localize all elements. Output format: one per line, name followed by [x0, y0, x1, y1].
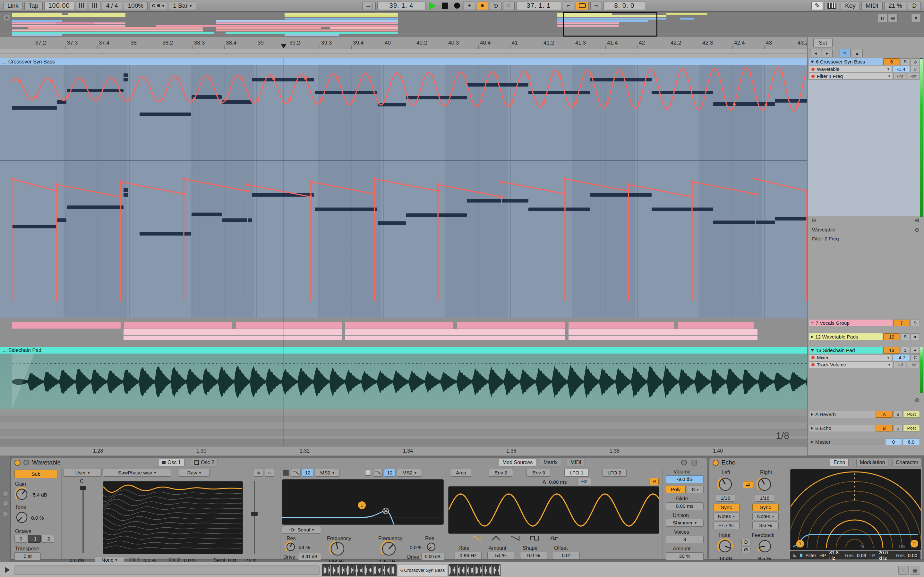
wavetable-chooser[interactable]: SawPhase.wav▾	[103, 469, 171, 477]
tab-mod-sources[interactable]: Mod Sources	[499, 459, 536, 466]
collapsed-clip[interactable]	[12, 322, 121, 329]
device-fold-icon[interactable]	[23, 460, 29, 466]
offset-field[interactable]: 0.0°	[553, 552, 580, 559]
device-power-button[interactable]	[15, 460, 21, 466]
automation-lane-label[interactable]: Filter 2 Freq	[812, 236, 839, 242]
lock-envelopes-button[interactable]: 🔒︎	[852, 49, 863, 57]
return-track-lanes[interactable]	[0, 409, 807, 446]
sub-button[interactable]: Sub	[15, 470, 57, 478]
wavetable-display[interactable]	[103, 481, 243, 554]
sine-shape-icon[interactable]	[471, 535, 483, 542]
fold-lane-icon[interactable]: ⊖	[811, 217, 816, 224]
loop-length-field[interactable]: 8. 0. 0	[604, 2, 645, 10]
res2-knob[interactable]	[425, 541, 437, 553]
track-number[interactable]: 12	[883, 334, 900, 340]
drive1-field[interactable]: 4.31 dB	[298, 553, 321, 560]
lfo-display[interactable]	[448, 486, 659, 534]
hot-swap-icon[interactable]	[681, 460, 687, 466]
lfo-retrigger-toggle[interactable]: R	[650, 478, 659, 485]
glide-field[interactable]: 0.00 ms	[666, 502, 704, 510]
automation-lane-label[interactable]: Wavetable	[812, 227, 835, 233]
capture-midi-button[interactable]: ○	[503, 2, 515, 10]
mod-tab-lfo1[interactable]: LFO 1	[564, 469, 589, 477]
track-volume-field[interactable]: -4.7	[893, 354, 910, 361]
track-header-bass[interactable]: 6 Crossover Syn Bass 6 S ⊘	[809, 58, 920, 65]
save-preset-icon[interactable]	[691, 460, 696, 466]
beat-time-ruler[interactable]: 37.237.337.43838.238.338.43939.239.339.4…	[0, 37, 807, 49]
filter-display[interactable]: 1	[282, 479, 444, 525]
filter2-slope[interactable]: 12	[384, 469, 396, 477]
show-scope-icon[interactable]: ≈	[898, 566, 909, 575]
post-fader-toggle[interactable]: Post	[903, 411, 920, 418]
re-enable-automation-button[interactable]: ⊙	[490, 2, 501, 10]
track-number[interactable]: 6	[883, 58, 900, 65]
clip-title-bass[interactable]: ... Crossover Syn Bass	[0, 58, 807, 65]
send-b-field[interactable]: -inf	[907, 361, 920, 368]
collapsed-track-strips[interactable]	[0, 318, 807, 347]
computer-midi-keyboard-button[interactable]	[825, 2, 839, 10]
amount-field[interactable]: 54 %	[487, 552, 514, 559]
filter-routing[interactable]: Serial▾	[282, 526, 321, 534]
collapsed-clip[interactable]	[124, 329, 342, 335]
track-header-pads[interactable]: 12 Wavetable Pads 12 S ●	[809, 334, 920, 340]
random-shape-icon[interactable]	[548, 535, 560, 542]
solo-button[interactable]: S	[893, 425, 903, 432]
shape-field[interactable]: 0.0 %	[520, 552, 547, 559]
wt-position-handle[interactable]	[251, 512, 258, 516]
automation-device-chooser[interactable]: Wavetable▾	[809, 66, 892, 73]
loop-toggle[interactable]	[576, 2, 589, 10]
right-offset-field[interactable]: 3.6 %	[752, 522, 779, 529]
automation-param-chooser[interactable]: Filter 1 Freq▾	[809, 73, 893, 79]
transpose-field[interactable]: 0 st	[15, 552, 41, 560]
echo-filter-readout[interactable]: Filter HP81.8 Hz Res0.03 LP20.0 kHz Res0…	[790, 551, 921, 559]
quantize-menu[interactable]: 1 Bar▾	[169, 2, 196, 10]
send-a-field[interactable]: -inf	[893, 361, 906, 368]
gain-value[interactable]: -5.4 dB	[31, 492, 47, 498]
clip-preview-thumbnail[interactable]	[322, 564, 397, 576]
input-gain-knob[interactable]	[717, 538, 733, 554]
pad-track-lane[interactable]	[0, 354, 807, 409]
right-division-field[interactable]: 1/16	[755, 495, 774, 502]
loop-start-field[interactable]: 37. 1. 1	[516, 2, 561, 10]
pan-field[interactable]: C	[911, 66, 920, 73]
draw-mode-button[interactable]: ✎	[811, 2, 823, 10]
left-offset-field[interactable]: -7.7 %	[713, 522, 740, 529]
track-number[interactable]: 7	[893, 319, 910, 326]
arrangement-area[interactable]: ... Crossover Syn Bass ... Sidechain Pad…	[0, 58, 807, 446]
tab-osc1[interactable]: Osc 1	[159, 459, 184, 466]
master-lane[interactable]	[0, 439, 807, 446]
rate-field[interactable]: 0.86 Hz	[455, 552, 481, 559]
freq2-knob[interactable]	[380, 540, 397, 558]
send-a-field[interactable]: -inf	[893, 73, 906, 79]
follow-button[interactable]: →|	[362, 2, 376, 10]
left-sync-mode[interactable]: Notes▾	[713, 513, 740, 520]
unison-mode[interactable]: Shimmer▾	[666, 519, 704, 527]
link-toggle[interactable]: Link	[3, 2, 23, 10]
collapsed-clip[interactable]	[345, 322, 453, 329]
send-b-field[interactable]: -inf	[907, 73, 920, 79]
feedback-knob[interactable]	[757, 538, 773, 554]
filter2-type[interactable]: MS2▾	[397, 469, 422, 477]
track-number[interactable]: 13	[883, 347, 900, 354]
mod-tab-lfo2[interactable]: LFO 2	[602, 469, 627, 477]
preview-play-icon[interactable]	[5, 567, 10, 573]
arrangement-overview[interactable]: ▾ H W ≡	[0, 12, 924, 37]
show-clip-icon[interactable]	[2, 501, 8, 507]
track-header-return-b[interactable]: B Echo B S Post	[809, 425, 920, 432]
arrangement-position-field[interactable]: 39. 1. 4	[377, 2, 425, 10]
track-number[interactable]: A	[876, 411, 893, 418]
solo-button[interactable]: S	[901, 334, 910, 340]
add-lane-icon[interactable]: ⊕	[915, 217, 919, 224]
list-view-icon[interactable]: ≡	[254, 469, 263, 477]
track-volume-field[interactable]: -1.4	[893, 66, 910, 73]
track-header-pad[interactable]: 13 Sidechain Pad 13 S ●	[809, 347, 920, 354]
collapsed-clip[interactable]	[345, 329, 565, 335]
freq1-knob[interactable]	[329, 540, 346, 558]
overview-h-button[interactable]: H	[878, 14, 887, 22]
track-name-bass[interactable]: 6 Crossover Syn Bass	[809, 58, 883, 65]
circle-view-icon[interactable]: ○	[265, 469, 274, 477]
automation-param-chooser[interactable]: Track Volume▾	[809, 361, 893, 368]
collapsed-clip[interactable]	[678, 322, 754, 329]
input-value[interactable]: 14 dB	[719, 556, 732, 561]
mod-tab-amp[interactable]: Amp	[451, 469, 471, 477]
